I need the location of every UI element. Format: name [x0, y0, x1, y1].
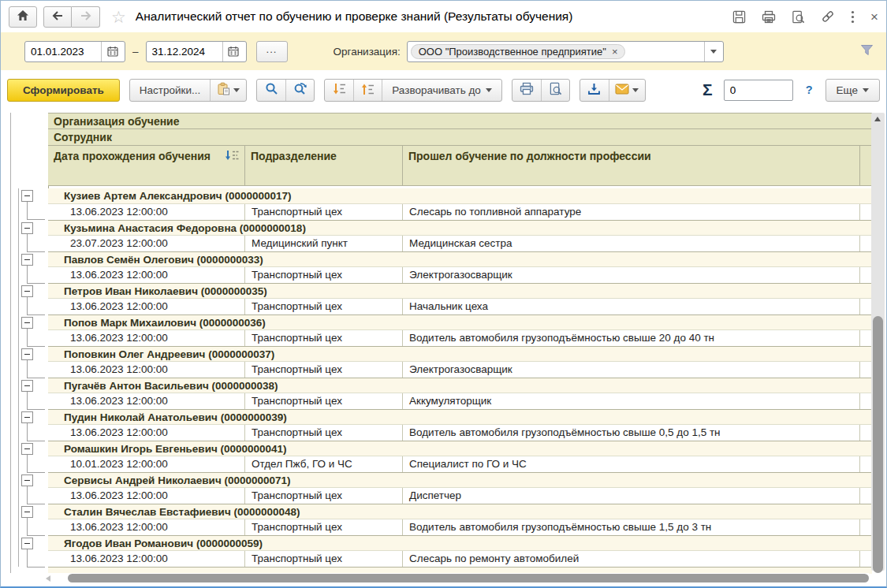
position-cell[interactable]: Специалист по ГО и ЧС [403, 456, 860, 472]
collapse-toggle[interactable] [21, 411, 33, 423]
employee-group-row[interactable]: Сервисы Андрей Николаевич (0000000071) [48, 472, 872, 488]
department-cell[interactable]: Отдел Пжб, ГО и ЧС [245, 456, 403, 472]
find-next-button[interactable] [285, 80, 314, 101]
department-cell[interactable]: Транспортный цех [245, 204, 403, 220]
date-from-input[interactable] [25, 42, 101, 61]
department-cell[interactable]: Транспортный цех [245, 551, 403, 567]
employee-group-row[interactable]: Ягодов Иван Романович (0000000059) [48, 535, 872, 551]
grouping-row-organization[interactable]: Организация обучение [48, 113, 872, 129]
department-cell[interactable]: Транспортный цех [245, 425, 403, 441]
autosum-value-input[interactable] [724, 80, 793, 101]
department-cell[interactable]: Транспортный цех [245, 519, 403, 535]
employee-group-row[interactable]: Пугачёв Антон Васильевич (0000000038) [48, 378, 872, 393]
collapse-toggle[interactable] [21, 222, 33, 234]
vertical-scroll-thumb[interactable] [873, 316, 883, 573]
training-date-cell[interactable]: 13.06.2023 12:00:00 [48, 425, 245, 441]
department-cell[interactable]: Транспортный цех [245, 393, 403, 409]
period-options-button[interactable]: ... [256, 41, 288, 62]
generate-button[interactable]: Сформировать [7, 79, 120, 102]
expand-to-button[interactable]: Разворачивать до [382, 80, 501, 101]
close-icon[interactable]: × [870, 10, 878, 24]
scroll-left-icon[interactable] [46, 575, 50, 582]
position-cell[interactable]: Электрогазосварщик [403, 362, 860, 378]
department-cell[interactable]: Медицинский пункт [245, 236, 403, 251]
grouping-row-employee[interactable]: Сотрудник [48, 129, 872, 146]
report-variants-button[interactable] [210, 80, 246, 101]
training-date-cell[interactable]: 10.01.2023 12:00:00 [48, 456, 245, 472]
organization-dropdown-button[interactable] [704, 42, 723, 61]
employee-group-row[interactable]: Сталин Вячеслав Евстафиевич (0000000048) [48, 504, 872, 519]
position-cell[interactable]: Аккумуляторщик [403, 393, 860, 409]
collapse-toggle[interactable] [21, 285, 33, 297]
collapse-toggle[interactable] [21, 538, 33, 549]
date-to-input[interactable] [147, 42, 222, 61]
employee-group-row[interactable]: Ромашкин Игорь Евгеньевич (0000000041) [48, 441, 872, 456]
collapse-groups-button[interactable] [325, 80, 353, 101]
employee-group-row[interactable]: Кузьмина Анастасия Федоровна (0000000018… [48, 220, 872, 236]
preview-icon[interactable] [792, 10, 805, 24]
scroll-up-icon[interactable] [874, 117, 881, 121]
department-cell[interactable]: Транспортный цех [245, 362, 403, 378]
sort-descending-icon[interactable] [224, 150, 241, 166]
collapse-toggle[interactable] [21, 474, 33, 486]
training-date-cell[interactable]: 13.06.2023 12:00:00 [48, 204, 245, 220]
filter-funnel-icon[interactable] [860, 44, 874, 59]
department-cell[interactable]: Транспортный цех [245, 267, 403, 283]
find-button[interactable] [257, 80, 285, 101]
save-icon[interactable] [732, 10, 746, 24]
column-header-department[interactable]: Подразделение [245, 146, 403, 185]
collapse-toggle[interactable] [21, 348, 33, 360]
training-date-cell[interactable]: 23.07.2023 12:00:00 [48, 236, 245, 251]
calendar-icon[interactable] [101, 42, 123, 61]
back-button[interactable] [43, 6, 72, 28]
training-date-cell[interactable]: 13.06.2023 12:00:00 [48, 488, 245, 504]
column-header-date[interactable]: Дата прохождения обучения [48, 146, 245, 185]
expand-groups-button[interactable] [353, 80, 382, 101]
position-cell[interactable]: Слесарь по топливной аппаратуре [403, 204, 860, 220]
link-icon[interactable] [821, 9, 835, 24]
employee-group-row[interactable]: Кузиев Артем Александрович (0000000017) [48, 188, 872, 204]
settings-button[interactable]: Настройки... [130, 80, 210, 101]
position-cell[interactable]: Водитель автомобиля грузоподъёмностью св… [403, 425, 860, 441]
collapse-toggle[interactable] [21, 380, 33, 392]
print-icon[interactable] [762, 10, 776, 24]
position-cell[interactable]: Водитель автомобиля грузоподъёмностью св… [403, 519, 860, 535]
position-cell[interactable]: Слесарь по ремонту автомобилей [403, 551, 860, 567]
position-cell[interactable]: Водитель автомобиля грузоподъёмностью св… [403, 330, 860, 346]
column-header-position[interactable]: Прошел обучение по должности профессии [403, 146, 860, 185]
training-date-cell[interactable]: 13.06.2023 12:00:00 [48, 299, 245, 314]
home-button[interactable] [9, 6, 37, 28]
training-date-cell[interactable]: 13.06.2023 12:00:00 [48, 362, 245, 378]
training-date-cell[interactable]: 13.06.2023 12:00:00 [48, 551, 245, 567]
forward-button[interactable] [72, 6, 100, 28]
autosum-icon[interactable]: Σ [701, 80, 714, 99]
employee-group-row[interactable]: Пудин Николай Анатольевич (0000000039) [48, 409, 872, 425]
position-cell[interactable]: Медицинская сестра [403, 236, 860, 251]
employee-group-row[interactable]: Поповкин Олег Андреевич (0000000037) [48, 346, 872, 362]
print-button[interactable] [512, 80, 541, 101]
position-cell[interactable]: Начальник цеха [403, 299, 860, 314]
send-email-button[interactable] [609, 80, 645, 101]
remove-organization-icon[interactable]: × [612, 46, 618, 58]
collapse-toggle[interactable] [21, 317, 33, 329]
position-cell[interactable]: Электрогазосварщик [403, 267, 860, 283]
collapse-toggle[interactable] [21, 443, 33, 455]
help-button[interactable]: ? [803, 84, 816, 96]
horizontal-scrollbar[interactable] [1, 573, 869, 584]
more-icon[interactable] [851, 10, 855, 24]
save-file-button[interactable] [580, 80, 609, 101]
collapse-toggle[interactable] [21, 190, 33, 202]
horizontal-scroll-thumb[interactable] [68, 574, 869, 582]
department-cell[interactable]: Транспортный цех [245, 330, 403, 346]
training-date-cell[interactable]: 13.06.2023 12:00:00 [48, 519, 245, 535]
training-date-cell[interactable]: 13.06.2023 12:00:00 [48, 393, 245, 409]
favorite-star-icon[interactable]: ☆ [111, 9, 126, 25]
print-preview-button[interactable] [541, 80, 569, 101]
more-actions-button[interactable]: Еще [826, 79, 880, 102]
department-cell[interactable]: Транспортный цех [245, 488, 403, 504]
training-date-cell[interactable]: 13.06.2023 12:00:00 [48, 267, 245, 283]
employee-group-row[interactable]: Павлов Семён Олегович (0000000033) [48, 251, 872, 267]
calendar-icon[interactable] [222, 42, 244, 61]
collapse-toggle[interactable] [21, 506, 33, 518]
position-cell[interactable]: Диспетчер [403, 488, 860, 504]
